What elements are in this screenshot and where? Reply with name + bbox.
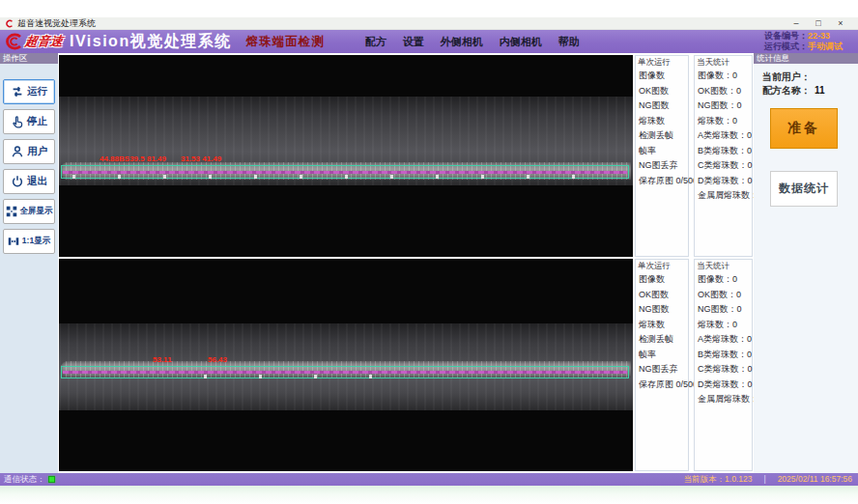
- current-user-label: 当前用户：: [762, 71, 811, 82]
- one-to-one-button-label: 1:1显示: [22, 236, 50, 247]
- stat-row: 保存原图 0/500: [639, 174, 688, 189]
- app-subtitle: 熔珠端面检测: [246, 34, 325, 50]
- run-cycle-icon: [11, 85, 24, 98]
- single-run-rows: 图像数OK图数NG图数熔珠数检测丢帧帧率NG图丢弃保存原图 0/500: [639, 272, 688, 392]
- statistics-column: 单次运行 图像数OK图数NG图数熔珠数检测丢帧帧率NG图丢弃保存原图 0/500…: [635, 53, 753, 473]
- run-button-label: 运行: [27, 85, 47, 98]
- one-to-one-icon: [8, 236, 19, 247]
- stat-row: NG图数：0: [698, 302, 752, 318]
- hand-stop-icon: [11, 115, 24, 128]
- stat-row: 检测丢帧: [639, 128, 688, 144]
- stat-row: C类熔珠数：0: [698, 362, 752, 378]
- stat-row: 帧率: [639, 144, 688, 159]
- measure-ticks-overlay: [204, 375, 378, 378]
- menu-item[interactable]: 设置: [403, 35, 424, 49]
- measurement-annotation: 56.43: [208, 355, 227, 364]
- status-separator: |: [763, 473, 765, 486]
- stop-button-label: 停止: [27, 115, 47, 128]
- one-to-one-button[interactable]: 1:1显示: [3, 229, 55, 254]
- menu-item[interactable]: 内侧相机: [500, 35, 542, 49]
- camera-viewport-inner: 53.11 56.43: [59, 259, 633, 471]
- brand-swirl-icon: [3, 32, 23, 51]
- maximize-button[interactable]: □: [814, 17, 823, 29]
- stat-row: B类熔珠数：0: [698, 348, 752, 363]
- recipe-name-label: 配方名称：: [762, 85, 811, 96]
- stats-pair-top: 单次运行 图像数OK图数NG图数熔珠数检测丢帧帧率NG图丢弃保存原图 0/500…: [635, 55, 753, 257]
- app-title: IVision视觉处理系统: [70, 32, 232, 52]
- stat-row: D类熔珠数：0: [698, 174, 752, 189]
- operation-sidebar: 操作区 运行 停止 用户: [0, 53, 58, 473]
- status-bar: 通信状态： 当前版本：1.0.123 | 2025/02/11 16:57:56: [0, 473, 858, 486]
- stat-row: NG图数: [639, 98, 688, 114]
- stat-row: OK图数：0: [698, 84, 752, 99]
- data-statistics-button[interactable]: 数据统计: [770, 171, 838, 207]
- minimize-button[interactable]: –: [791, 17, 801, 29]
- stat-row: 检测丢帧: [639, 332, 688, 348]
- exit-button[interactable]: 退出: [3, 169, 55, 194]
- stat-row: A类熔珠数：0: [698, 128, 752, 144]
- single-run-rows: 图像数OK图数NG图数熔珠数检测丢帧帧率NG图丢弃保存原图 0/500: [639, 69, 688, 188]
- stop-button[interactable]: 停止: [3, 109, 55, 134]
- today-stats-rows: 图像数：0OK图数：0NG图数：0熔珠数：0A类熔珠数：0B类熔珠数：0C类熔珠…: [698, 272, 752, 407]
- window-controls: – □ ×: [791, 17, 845, 29]
- stat-row: A类熔珠数：0: [698, 332, 752, 348]
- info-panel-body: 当前用户： 配方名称：11: [754, 64, 858, 98]
- single-run-title: 单次运行: [638, 57, 672, 69]
- single-run-groupbox: 单次运行 图像数OK图数NG图数熔珠数检测丢帧帧率NG图丢弃保存原图 0/500: [635, 55, 689, 257]
- stat-row: OK图数：0: [698, 288, 752, 303]
- stat-row: OK图数: [639, 84, 688, 99]
- sidebar-title: 操作区: [0, 53, 58, 64]
- viewport-column: 44.88BS39.5 81.49 31.53 41.49 53.11 56.4…: [59, 53, 633, 473]
- bead-centerline-overlay: [63, 371, 627, 374]
- statistics-info-panel: 统计信息 当前用户： 配方名称：11 准备 数据统计: [754, 53, 858, 473]
- recipe-name-value: 11: [815, 85, 825, 96]
- info-panel-title: 统计信息: [754, 53, 858, 64]
- menu-item[interactable]: 外侧相机: [441, 35, 483, 49]
- measurement-annotation: 44.88BS39.5 81.49: [100, 154, 166, 163]
- today-stats-rows: 图像数：0OK图数：0NG图数：0熔珠数：0A类熔珠数：0B类熔珠数：0C类熔珠…: [698, 69, 752, 204]
- fullscreen-grid-icon: [6, 206, 17, 217]
- stat-row: 熔珠数：0: [698, 114, 752, 129]
- stat-row: D类熔珠数：0: [698, 378, 752, 393]
- prepare-button[interactable]: 准备: [770, 108, 838, 149]
- comm-status-led: [48, 476, 55, 483]
- run-mode-value: 手动调试: [808, 42, 852, 52]
- fullscreen-button[interactable]: 全屏显示: [3, 199, 55, 224]
- menu-item[interactable]: 帮助: [558, 35, 580, 49]
- brand-name: 超音速: [24, 33, 65, 50]
- power-icon: [11, 175, 24, 188]
- single-run-title: 单次运行: [638, 261, 672, 272]
- stat-row: 帧率: [639, 348, 688, 363]
- measure-ticks-overlay: [72, 175, 575, 179]
- stat-row: C类熔珠数：0: [698, 158, 752, 174]
- stat-row: 熔珠数: [639, 114, 688, 129]
- menu-bar: 配方 设置 外侧相机 内侧相机 帮助: [365, 35, 580, 49]
- today-stats-title: 当天统计: [697, 261, 731, 272]
- single-run-groupbox: 单次运行 图像数OK图数NG图数熔珠数检测丢帧帧率NG图丢弃保存原图 0/500: [635, 259, 689, 471]
- stat-row: 图像数：0: [698, 69, 752, 84]
- today-stats-title: 当天统计: [697, 57, 731, 69]
- stat-row: 金属屑熔珠数：0: [698, 188, 752, 204]
- run-button[interactable]: 运行: [3, 79, 55, 104]
- version-label: 当前版本：: [684, 474, 726, 484]
- status-bar-right: 当前版本：1.0.123 | 2025/02/11 16:57:56: [684, 473, 852, 486]
- stat-row: OK图数: [639, 288, 688, 303]
- stat-row: 图像数：0: [698, 272, 752, 288]
- stat-row: 图像数: [639, 69, 688, 84]
- stat-row: 金属屑熔珠数：0: [698, 392, 752, 407]
- window-title: 超音速视觉处理系统: [17, 17, 96, 30]
- titlebar: 超音速视觉处理系统 – □ ×: [0, 17, 858, 30]
- stat-row: 熔珠数：0: [698, 318, 752, 333]
- user-button-label: 用户: [27, 145, 47, 158]
- device-number-value: 22-33: [808, 31, 852, 42]
- measurement-annotation: 31.53 41.49: [181, 154, 221, 163]
- close-button[interactable]: ×: [836, 17, 845, 29]
- stat-row: NG图数: [639, 302, 688, 318]
- today-stats-groupbox: 当天统计 图像数：0OK图数：0NG图数：0熔珠数：0A类熔珠数：0B类熔珠数：…: [694, 55, 753, 257]
- menu-item[interactable]: 配方: [365, 35, 386, 49]
- stat-row: NG图数：0: [698, 98, 752, 114]
- sidebar-buttons: 运行 停止 用户 退出: [0, 64, 58, 254]
- stats-pair-bottom: 单次运行 图像数OK图数NG图数熔珠数检测丢帧帧率NG图丢弃保存原图 0/500…: [635, 259, 753, 471]
- stat-row: 熔珠数: [639, 318, 688, 333]
- user-button[interactable]: 用户: [3, 139, 55, 164]
